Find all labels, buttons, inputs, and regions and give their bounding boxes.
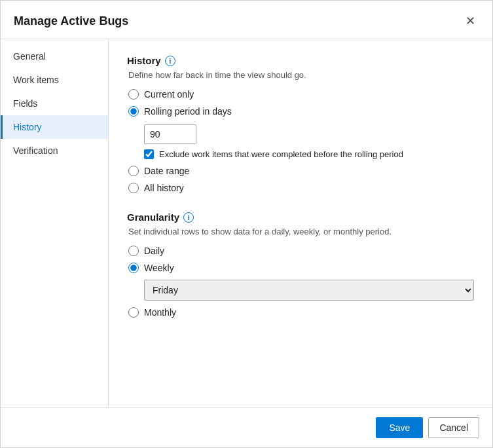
granularity-section-title: Granularity i [127, 212, 474, 223]
dialog-header: Manage Active Bugs ✕ [1, 1, 492, 39]
history-radio-group: Current only Rolling period in days [128, 89, 474, 193]
exclude-completed-label[interactable]: Exclude work items that were completed b… [144, 149, 474, 159]
history-current-only-label[interactable]: Current only [128, 89, 474, 100]
granularity-info-icon: i [183, 212, 194, 223]
rolling-days-input[interactable] [144, 124, 196, 144]
granularity-weekly-radio[interactable] [128, 263, 139, 273]
history-rolling-period-text: Rolling period in days [144, 106, 232, 117]
history-all-history-label[interactable]: All history [128, 183, 474, 193]
history-all-history-radio[interactable] [128, 183, 139, 193]
history-info-icon: i [165, 56, 175, 66]
sidebar-item-general[interactable]: General [1, 45, 108, 68]
history-section: History i Define how far back in time th… [127, 55, 474, 193]
rolling-period-options: Exclude work items that were completed b… [144, 124, 474, 159]
sidebar-item-verification[interactable]: Verification [1, 139, 108, 162]
granularity-monthly-text: Monthly [144, 307, 176, 318]
history-current-only-radio[interactable] [128, 89, 139, 100]
history-section-title: History i [127, 55, 474, 66]
granularity-section-desc: Set individual rows to show data for a d… [128, 227, 474, 236]
history-date-range-radio[interactable] [128, 166, 139, 176]
exclude-completed-checkbox[interactable] [144, 149, 154, 159]
rolling-days-wrap [144, 124, 474, 144]
history-current-only-text: Current only [144, 89, 194, 100]
granularity-daily-label[interactable]: Daily [128, 246, 474, 256]
history-date-range-text: Date range [144, 166, 189, 176]
dialog-footer: Save Cancel [1, 407, 492, 447]
sidebar: General Work items Fields History Verifi… [1, 39, 109, 407]
history-section-desc: Define how far back in time the view sho… [128, 70, 474, 80]
main-content: History i Define how far back in time th… [109, 39, 492, 407]
cancel-button[interactable]: Cancel [428, 417, 479, 438]
granularity-weekly-label[interactable]: Weekly [128, 263, 474, 273]
granularity-weekly-text: Weekly [144, 263, 174, 273]
granularity-daily-radio[interactable] [128, 246, 139, 256]
weekly-day-select[interactable]: Sunday Monday Tuesday Wednesday Thursday… [144, 280, 474, 301]
granularity-section: Granularity i Set individual rows to sho… [127, 212, 474, 318]
close-button[interactable]: ✕ [462, 11, 479, 31]
dialog-title: Manage Active Bugs [14, 14, 128, 28]
sidebar-item-history[interactable]: History [1, 115, 108, 139]
granularity-radio-group: Daily Weekly Sunday Monday Tuesday Wedne… [128, 246, 474, 318]
sidebar-item-work-items[interactable]: Work items [1, 68, 108, 92]
save-button[interactable]: Save [376, 417, 423, 438]
granularity-daily-text: Daily [144, 246, 164, 256]
dialog-body: General Work items Fields History Verifi… [1, 39, 492, 407]
granularity-monthly-label[interactable]: Monthly [128, 307, 474, 318]
granularity-monthly-radio[interactable] [128, 307, 139, 318]
sidebar-item-fields[interactable]: Fields [1, 92, 108, 115]
history-rolling-period-radio[interactable] [128, 106, 139, 117]
history-date-range-label[interactable]: Date range [128, 166, 474, 176]
history-rolling-period-label[interactable]: Rolling period in days [128, 106, 474, 117]
history-all-history-text: All history [144, 183, 184, 193]
manage-active-bugs-dialog: Manage Active Bugs ✕ General Work items … [0, 0, 493, 448]
exclude-completed-text: Exclude work items that were completed b… [159, 149, 403, 159]
